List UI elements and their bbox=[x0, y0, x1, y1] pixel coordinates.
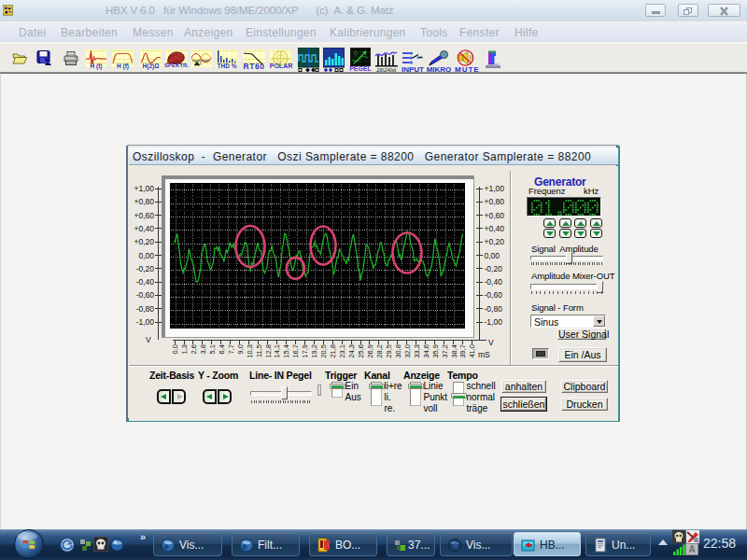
svg-text:39,7: 39,7 bbox=[458, 344, 467, 358]
svg-text:25,6: 25,6 bbox=[357, 344, 365, 358]
svg-text:mS: mS bbox=[478, 350, 490, 359]
svg-text:16,7: 16,7 bbox=[291, 344, 300, 358]
svg-text:33,3: 33,3 bbox=[413, 344, 421, 358]
svg-text:10,3: 10,3 bbox=[246, 344, 254, 358]
svg-text:+0,40: +0,40 bbox=[134, 224, 154, 233]
svg-text:34,6: 34,6 bbox=[422, 344, 430, 358]
svg-text:29,5: 29,5 bbox=[385, 344, 393, 358]
svg-text:6,4: 6,4 bbox=[218, 344, 226, 354]
svg-text:32,0: 32,0 bbox=[403, 344, 412, 358]
svg-text:-0,60: -0,60 bbox=[136, 290, 155, 300]
svg-text:11,5: 11,5 bbox=[255, 344, 263, 357]
svg-text:0,0: 0,0 bbox=[171, 344, 179, 354]
svg-text:38,4: 38,4 bbox=[450, 344, 458, 358]
svg-text:0,00: 0,00 bbox=[138, 251, 154, 260]
svg-text:+0,60: +0,60 bbox=[134, 211, 154, 220]
svg-text:17,9: 17,9 bbox=[301, 344, 309, 358]
svg-text:26,9: 26,9 bbox=[366, 344, 374, 358]
svg-text:1,3: 1,3 bbox=[180, 344, 189, 354]
svg-text:-0,40: -0,40 bbox=[485, 277, 503, 287]
svg-text:V: V bbox=[146, 335, 151, 344]
svg-text:+0,40: +0,40 bbox=[485, 224, 505, 233]
svg-text:9,0: 9,0 bbox=[236, 344, 245, 354]
svg-text:2,6: 2,6 bbox=[190, 344, 198, 354]
svg-text:-0,20: -0,20 bbox=[136, 264, 155, 273]
svg-text:30,8: 30,8 bbox=[394, 344, 402, 358]
svg-text:-0,80: -0,80 bbox=[485, 304, 503, 314]
svg-text:0,00: 0,00 bbox=[485, 251, 500, 260]
svg-text:5,1: 5,1 bbox=[208, 344, 217, 354]
svg-text:41,0: 41,0 bbox=[468, 344, 476, 358]
svg-text:+0,20: +0,20 bbox=[134, 237, 154, 246]
svg-text:35,9: 35,9 bbox=[431, 344, 440, 358]
svg-text:...: ... bbox=[45, 61, 49, 65]
svg-text:-0,60: -0,60 bbox=[485, 290, 503, 300]
svg-text:28,2: 28,2 bbox=[375, 344, 384, 358]
svg-text:16|24bit: 16|24bit bbox=[376, 67, 397, 72]
svg-text:+0,80: +0,80 bbox=[134, 197, 154, 206]
svg-text:20,5: 20,5 bbox=[319, 344, 328, 358]
svg-text:12,8: 12,8 bbox=[264, 344, 273, 358]
svg-text:-0,80: -0,80 bbox=[136, 304, 155, 314]
svg-text:+0,80: +0,80 bbox=[485, 197, 505, 206]
svg-text:-1,00: -1,00 bbox=[485, 317, 503, 327]
svg-text:24,3: 24,3 bbox=[347, 344, 356, 358]
svg-text:23,1: 23,1 bbox=[338, 344, 346, 358]
svg-text:-0,40: -0,40 bbox=[136, 277, 155, 287]
svg-text:7,7: 7,7 bbox=[227, 344, 235, 354]
svg-text:+1,00: +1,00 bbox=[485, 184, 505, 193]
svg-text:21,8: 21,8 bbox=[329, 344, 337, 358]
svg-text:3,8: 3,8 bbox=[199, 344, 207, 354]
svg-text:14,1: 14,1 bbox=[273, 344, 281, 358]
svg-text:+0,20: +0,20 bbox=[485, 237, 505, 246]
svg-text:37,2: 37,2 bbox=[441, 344, 449, 358]
svg-text:+1,00: +1,00 bbox=[134, 184, 154, 193]
svg-text:-0,20: -0,20 bbox=[485, 264, 503, 273]
svg-text:15,4: 15,4 bbox=[282, 344, 290, 358]
svg-text:+0,60: +0,60 bbox=[485, 211, 505, 220]
svg-text:-1,00: -1,00 bbox=[136, 317, 155, 327]
svg-text:V: V bbox=[488, 338, 494, 347]
svg-text:19,2: 19,2 bbox=[310, 344, 318, 358]
